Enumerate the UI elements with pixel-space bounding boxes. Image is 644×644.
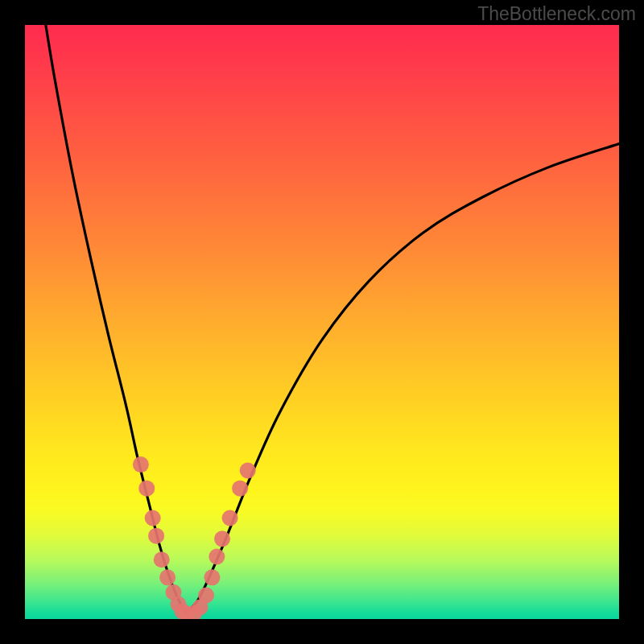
curve-left-branch — [46, 25, 185, 613]
watermark-text: TheBottleneck.com — [477, 3, 636, 25]
chart-svg — [25, 25, 619, 619]
data-dot — [154, 551, 170, 568]
data-dot — [138, 481, 155, 497]
data-dot — [208, 549, 225, 565]
curve-right-branch — [185, 144, 619, 613]
dot-group — [133, 456, 256, 619]
chart-frame: TheBottleneck.com — [0, 0, 644, 644]
data-dot — [159, 569, 175, 585]
data-dot — [145, 510, 161, 526]
data-dot — [198, 587, 214, 603]
data-dot — [133, 456, 149, 473]
chart-plot-area — [25, 25, 619, 619]
data-dot — [214, 530, 230, 547]
data-dot — [232, 481, 248, 497]
data-dot — [240, 463, 256, 479]
data-dot — [222, 510, 238, 526]
data-dot — [204, 569, 220, 585]
data-dot — [148, 528, 164, 544]
